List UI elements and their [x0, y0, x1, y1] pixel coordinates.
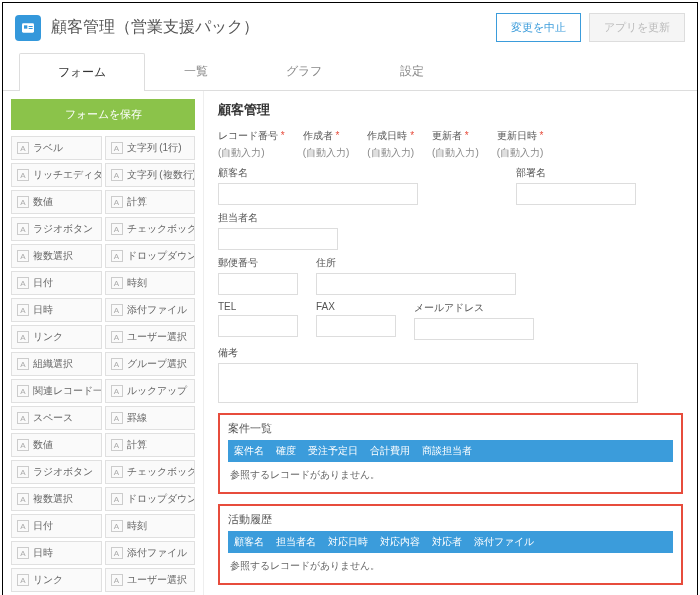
field-type-icon: A [17, 385, 29, 397]
field-palette-item[interactable]: Aユーザー選択 [105, 568, 196, 592]
field-palette-item[interactable]: Aリンク [11, 568, 102, 592]
field-type-icon: A [17, 493, 29, 505]
field-palette-item[interactable]: Aラベル [11, 136, 102, 160]
field-type-label: 添付ファイル [127, 546, 187, 560]
field-type-label: 時刻 [127, 519, 147, 533]
field-palette-item[interactable]: Aラジオボタン [11, 217, 102, 241]
label-tel: TEL [218, 301, 298, 312]
field-palette-item[interactable]: Aリンク [11, 325, 102, 349]
field-type-label: リッチエディター [33, 168, 102, 182]
input-postal[interactable] [218, 273, 298, 295]
related-title-deals: 案件一覧 [228, 421, 673, 436]
field-type-icon: A [17, 331, 29, 343]
field-palette-item[interactable]: A文字列 (1行) [105, 136, 196, 160]
field-palette-item[interactable]: A時刻 [105, 514, 196, 538]
field-type-label: 日時 [33, 546, 53, 560]
field-palette-item[interactable]: Aスペース [11, 406, 102, 430]
field-palette-item[interactable]: Aドロップダウン [105, 487, 196, 511]
field-type-icon: A [17, 142, 29, 154]
field-palette-item[interactable]: A複数選択 [11, 487, 102, 511]
field-palette-item[interactable]: Aユーザー選択 [105, 325, 196, 349]
tab-graph[interactable]: グラフ [247, 52, 361, 90]
label-notes: 備考 [218, 346, 638, 360]
related-records-activity[interactable]: 活動履歴 顧客名担当者名対応日時対応内容対応者添付ファイル 参照するレコードがあ… [218, 504, 683, 585]
field-type-icon: A [111, 142, 123, 154]
field-palette-item[interactable]: A日付 [11, 271, 102, 295]
field-palette-item[interactable]: A関連レコード一覧 [11, 379, 102, 403]
field-palette-item[interactable]: A日時 [11, 298, 102, 322]
related-col-header: 商談担当者 [416, 440, 478, 462]
field-palette-item[interactable]: A組織選択 [11, 352, 102, 376]
field-palette-item[interactable]: Aラジオボタン [11, 460, 102, 484]
field-palette-item[interactable]: A罫線 [105, 406, 196, 430]
field-type-icon: A [17, 169, 29, 181]
input-address[interactable] [316, 273, 516, 295]
field-type-icon: A [111, 196, 123, 208]
field-type-icon: A [111, 250, 123, 262]
field-type-icon: A [111, 439, 123, 451]
field-palette-item[interactable]: A日付 [11, 514, 102, 538]
cancel-button[interactable]: 変更を中止 [496, 13, 581, 42]
field-type-label: ラジオボタン [33, 222, 93, 236]
svg-rect-2 [29, 26, 33, 27]
label-address: 住所 [316, 256, 516, 270]
related-col-header: 顧客名 [228, 531, 270, 553]
auto-field-label: 更新日時 * [497, 129, 544, 143]
field-type-icon: A [17, 358, 29, 370]
tab-form[interactable]: フォーム [19, 53, 145, 91]
field-type-label: 関連レコード一覧 [33, 384, 102, 398]
auto-field-label: 作成日時 * [367, 129, 414, 143]
field-type-label: ルックアップ [127, 384, 187, 398]
save-form-button[interactable]: フォームを保存 [11, 99, 195, 130]
field-type-label: 複数選択 [33, 249, 73, 263]
input-contact[interactable] [218, 228, 338, 250]
field-type-label: ラベル [33, 141, 63, 155]
field-type-icon: A [111, 304, 123, 316]
field-palette-item[interactable]: Aドロップダウン [105, 244, 196, 268]
field-type-label: 複数選択 [33, 492, 73, 506]
related-empty-activity: 参照するレコードがありません。 [228, 553, 673, 575]
input-customer[interactable] [218, 183, 418, 205]
input-notes[interactable] [218, 363, 638, 403]
field-palette-item[interactable]: A添付ファイル [105, 541, 196, 565]
field-palette-item[interactable]: A添付ファイル [105, 298, 196, 322]
field-palette-item[interactable]: Aルックアップ [105, 379, 196, 403]
input-tel[interactable] [218, 315, 298, 337]
field-type-label: 日付 [33, 519, 53, 533]
field-palette-item[interactable]: Aチェックボックス [105, 217, 196, 241]
update-app-button: アプリを更新 [589, 13, 685, 42]
auto-field-label: 更新者 * [432, 129, 479, 143]
field-type-label: 数値 [33, 195, 53, 209]
field-type-label: チェックボックス [127, 465, 196, 479]
field-type-icon: A [17, 547, 29, 559]
input-email[interactable] [414, 318, 534, 340]
related-records-deals[interactable]: 案件一覧 案件名確度受注予定日合計費用商談担当者 参照するレコードがありません。 [218, 413, 683, 494]
field-palette-item[interactable]: A日時 [11, 541, 102, 565]
field-palette-item[interactable]: A計算 [105, 433, 196, 457]
field-type-label: 組織選択 [33, 357, 73, 371]
field-palette-item[interactable]: Aリッチエディター [11, 163, 102, 187]
field-type-icon: A [111, 331, 123, 343]
field-type-icon: A [111, 547, 123, 559]
label-postal: 郵便番号 [218, 256, 298, 270]
field-type-label: 文字列 (1行) [127, 141, 182, 155]
field-palette-item[interactable]: A数値 [11, 433, 102, 457]
auto-field-value: (自動入力) [218, 146, 285, 160]
tab-list[interactable]: 一覧 [145, 52, 247, 90]
field-palette-item[interactable]: A時刻 [105, 271, 196, 295]
related-empty-deals: 参照するレコードがありません。 [228, 462, 673, 484]
field-palette-item[interactable]: A数値 [11, 190, 102, 214]
field-type-icon: A [111, 412, 123, 424]
input-fax[interactable] [316, 315, 396, 337]
field-palette-item[interactable]: Aグループ選択 [105, 352, 196, 376]
field-palette-item[interactable]: Aチェックボックス [105, 460, 196, 484]
tab-settings[interactable]: 設定 [361, 52, 463, 90]
field-type-label: グループ選択 [127, 357, 187, 371]
field-type-label: チェックボックス [127, 222, 196, 236]
label-customer: 顧客名 [218, 166, 418, 180]
field-palette-item[interactable]: A文字列 (複数行) [105, 163, 196, 187]
field-palette-item[interactable]: A計算 [105, 190, 196, 214]
field-type-icon: A [17, 466, 29, 478]
input-dept[interactable] [516, 183, 636, 205]
field-palette-item[interactable]: A複数選択 [11, 244, 102, 268]
